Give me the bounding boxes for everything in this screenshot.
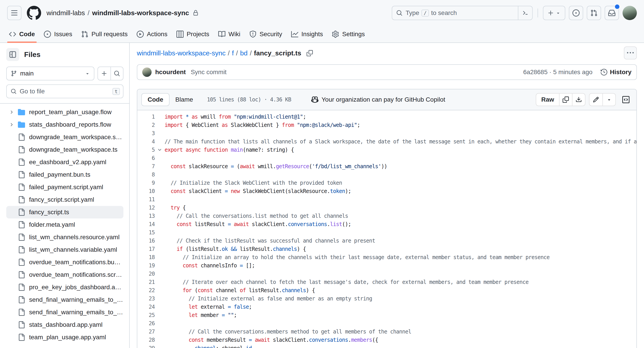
user-avatar[interactable] — [622, 6, 637, 20]
line-number[interactable]: 15 — [137, 229, 155, 236]
command-palette-button[interactable] — [518, 6, 532, 20]
code-line-26[interactable]: 26 — [137, 319, 636, 328]
chevron-right-icon[interactable] — [9, 110, 18, 115]
tab-code[interactable]: Code — [141, 93, 170, 106]
tree-file-fancy-script-ts[interactable]: fancy_script.ts — [6, 206, 124, 218]
tree-file-list-wm-channels-variable-yaml[interactable]: list_wm_channels.variable.yaml — [6, 243, 124, 256]
code-line-11[interactable]: 11 — [137, 195, 636, 203]
tree-file-failed-payment-bun-ts[interactable]: failed_payment.bun.ts — [6, 169, 124, 181]
code-line-9[interactable]: 9 // Initialize the Slack WebClient with… — [137, 179, 636, 187]
tree-file-downgrade-team-workspace-s-[interactable]: downgrade_team_workspace.s… — [6, 131, 124, 143]
create-new-button[interactable] — [543, 6, 565, 20]
tab-settings[interactable]: Settings — [328, 26, 368, 42]
copy-raw-button[interactable] — [559, 94, 572, 106]
breadcrumb-dir-bd-link[interactable]: bd — [240, 49, 248, 57]
code-line-15[interactable]: 15 — [137, 228, 636, 237]
tree-file-ee-dashboard-v2-app-yaml[interactable]: ee_dashboard_v2.app.yaml — [6, 156, 124, 169]
line-number[interactable]: 22 — [137, 287, 155, 294]
line-number[interactable]: 27 — [137, 329, 155, 335]
inbox-button[interactable] — [605, 6, 619, 20]
code-line-5[interactable]: 5export async function main(name?: strin… — [137, 146, 636, 154]
code-line-25[interactable]: 25 let member = ""; — [137, 311, 636, 319]
more-options-button[interactable] — [624, 46, 637, 59]
tree-file-overdue-team-notifications-scr-[interactable]: overdue_team_notifications.scr… — [6, 268, 124, 281]
line-number[interactable]: 19 — [137, 262, 155, 269]
fold-chevron-down-icon[interactable] — [155, 148, 164, 152]
commit-author[interactable]: hcourdent — [155, 69, 186, 76]
line-number[interactable]: 28 — [137, 337, 155, 343]
go-to-file-input[interactable]: Go to file t — [6, 84, 124, 98]
tree-file-downgrade-team-workspace-ts[interactable]: downgrade_team_workspace.ts — [6, 143, 124, 156]
line-number[interactable]: 29 — [137, 345, 155, 348]
issues-header-button[interactable] — [569, 6, 583, 20]
code-line-27[interactable]: 27 // Call the conversations.members met… — [137, 328, 636, 336]
tree-folder-report-team-plan-usage-flow[interactable]: report_team_plan_usage.flow — [6, 106, 124, 118]
code-line-22[interactable]: 22 for (const channel of listResult.chan… — [137, 286, 636, 294]
line-number[interactable]: 7 — [137, 163, 155, 170]
code-line-19[interactable]: 19 const channelsInfo = []; — [137, 261, 636, 270]
line-number[interactable]: 13 — [137, 213, 155, 219]
tab-actions[interactable]: Actions — [133, 26, 171, 42]
tree-file-failed-payment-script-yaml[interactable]: failed_payment.script.yaml — [6, 181, 124, 193]
global-search-input[interactable]: Type / to search — [392, 6, 533, 20]
github-logo-icon[interactable] — [27, 6, 41, 20]
line-number[interactable]: 25 — [137, 312, 155, 318]
line-number[interactable]: 4 — [137, 139, 155, 145]
raw-button[interactable]: Raw — [536, 94, 559, 106]
line-number[interactable]: 16 — [137, 238, 155, 244]
line-number[interactable]: 9 — [137, 180, 155, 186]
code-line-13[interactable]: 13 // Call the conversations.list method… — [137, 212, 636, 220]
tree-file-list-wm-channels-resource-yaml[interactable]: list_wm_channels.resource.yaml — [6, 231, 124, 243]
tree-file-send-final-warning-emails-to-[interactable]: send_final_warning_emails_to_… — [6, 294, 124, 306]
org-link[interactable]: windmill-labs — [46, 9, 85, 17]
download-button[interactable] — [572, 94, 585, 106]
code-line-29[interactable]: 29 channel: channel.id, — [137, 344, 636, 348]
commit-author-avatar[interactable] — [142, 67, 152, 77]
tab-code[interactable]: Code — [5, 26, 38, 42]
tab-insights[interactable]: Insights — [288, 26, 327, 42]
history-button[interactable]: History — [600, 69, 632, 76]
line-number[interactable]: 14 — [137, 221, 155, 227]
tab-projects[interactable]: Projects — [173, 26, 213, 42]
tab-security[interactable]: Security — [246, 26, 286, 42]
code-line-2[interactable]: 2import { WebClient as SlackWebClient } … — [137, 121, 636, 129]
line-number[interactable]: 6 — [137, 155, 155, 161]
tree-file-folder-meta-yaml[interactable]: folder.meta.yaml — [6, 218, 124, 231]
code-line-6[interactable]: 6 — [137, 154, 636, 162]
symbols-panel-button[interactable] — [620, 93, 632, 106]
line-number[interactable]: 8 — [137, 172, 155, 178]
line-number[interactable]: 18 — [137, 254, 155, 260]
code-line-4[interactable]: 4// The main function that lists all cha… — [137, 137, 636, 146]
code-line-28[interactable]: 28 const membersResult = await slackClie… — [137, 336, 636, 344]
tree-file-send-final-warning-emails-to-[interactable]: send_final_warning_emails_to_… — [6, 306, 124, 319]
tree-file-pro-ee-key-jobs-dashboard-a-[interactable]: pro_ee_key_jobs_dashboard.a… — [6, 281, 124, 294]
code-line-12[interactable]: 12 try { — [137, 203, 636, 212]
line-number[interactable]: 1 — [137, 114, 155, 120]
copy-path-button[interactable] — [306, 50, 313, 56]
repo-link[interactable]: windmill-labs-workspace-sync — [92, 9, 189, 17]
code-line-1[interactable]: 1import * as wmill from "npm:windmill-cl… — [137, 113, 636, 121]
commit-message[interactable]: Sync commit — [191, 69, 226, 76]
line-number[interactable]: 10 — [137, 188, 155, 194]
tab-issues[interactable]: Issues — [40, 26, 76, 42]
tab-pull-requests[interactable]: Pull requests — [78, 26, 131, 42]
branch-selector[interactable]: main — [6, 67, 94, 80]
tree-file-overdue-team-notifications-bu-[interactable]: overdue_team_notifications.bu… — [6, 256, 124, 268]
line-number[interactable]: 23 — [137, 296, 155, 302]
code-line-20[interactable]: 20 — [137, 270, 636, 278]
code-line-10[interactable]: 10 const slackClient = new SlackWebClien… — [137, 187, 636, 195]
code-line-23[interactable]: 23 // Initialize external as false and m… — [137, 294, 636, 303]
tab-blame[interactable]: Blame — [170, 93, 199, 106]
line-number[interactable]: 12 — [137, 205, 155, 211]
tree-file-fancy-script-script-yaml[interactable]: fancy_script.script.yaml — [6, 193, 124, 206]
search-this-repo-button[interactable] — [110, 67, 123, 80]
line-number[interactable]: 20 — [137, 271, 155, 277]
line-number[interactable]: 24 — [137, 304, 155, 310]
line-number[interactable]: 2 — [137, 122, 155, 128]
line-number[interactable]: 21 — [137, 279, 155, 285]
tree-file-stats-dashboard-app-yaml[interactable]: stats_dashboard.app.yaml — [6, 319, 124, 331]
code-editor[interactable]: 1import * as wmill from "npm:windmill-cl… — [137, 110, 636, 348]
code-line-8[interactable]: 8 — [137, 171, 636, 179]
new-file-button[interactable] — [98, 67, 110, 80]
code-line-7[interactable]: 7 const slackResource = (await wmill.get… — [137, 162, 636, 171]
